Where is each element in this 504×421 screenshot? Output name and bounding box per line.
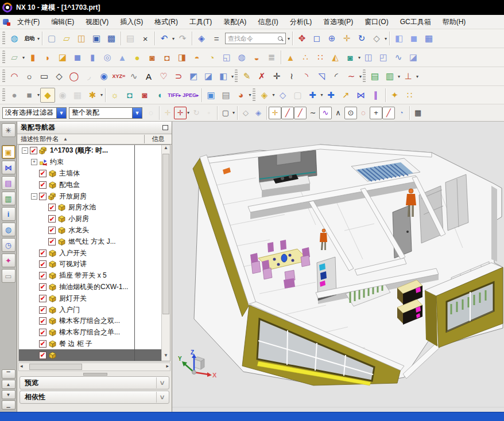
fillet-curve-button[interactable]: ◝ xyxy=(299,69,314,84)
snap-face-toggle[interactable]: ◔ xyxy=(395,107,408,119)
unite-button[interactable]: ◙ xyxy=(145,50,160,65)
visual-effects-button[interactable]: ◕ xyxy=(234,88,249,103)
menu-item-10[interactable]: 窗口(O) xyxy=(359,15,394,29)
dependencies-panel-header[interactable]: 相依性 ˅ xyxy=(20,391,169,404)
dropdown-arrow-icon[interactable]: ▾ xyxy=(359,74,362,79)
tree-row-5[interactable]: ✔厨房水池 xyxy=(19,202,161,213)
component-checkbox[interactable]: ✔ xyxy=(39,306,46,314)
shaded-with-edges-button[interactable]: ◧ xyxy=(391,31,406,46)
pattern-geometry-button[interactable]: ∷ xyxy=(313,50,328,65)
intersect-button[interactable]: ◨ xyxy=(175,50,189,65)
move-component-button[interactable]: ↗ xyxy=(339,88,354,103)
tree-row-6[interactable]: ✔小厨房 xyxy=(19,213,161,225)
partial-tab[interactable]: ▭ xyxy=(2,269,15,283)
wireframe-button[interactable]: ▦ xyxy=(421,31,436,46)
menu-item-11[interactable]: GC工具箱 xyxy=(394,15,437,29)
scroll-up-icon[interactable]: ▲ xyxy=(162,145,170,153)
command-finder-input[interactable]: 查找命令 xyxy=(225,33,286,44)
assembly-navigator-tab[interactable]: ▣ xyxy=(2,145,15,159)
snap-center-toggle[interactable]: ⊙ xyxy=(344,107,357,119)
bridge-curve-button[interactable]: ⊃ xyxy=(171,69,186,84)
expand-icon[interactable]: + xyxy=(31,159,37,165)
component-checkbox[interactable]: ✔ xyxy=(39,329,46,336)
snap-dice-button[interactable]: ◇ xyxy=(239,107,252,119)
tree-row-18[interactable]: ✔ xyxy=(19,349,161,361)
render-options-button[interactable]: ✱ xyxy=(85,88,100,103)
selection-glasses-icon[interactable]: ◌ xyxy=(145,107,157,119)
toolbar-grip[interactable] xyxy=(2,88,5,102)
collapse-icon[interactable]: − xyxy=(31,193,37,200)
stage-floor-button[interactable]: ▦ xyxy=(70,88,85,103)
snap-all-toggle[interactable]: ✛ xyxy=(269,107,281,119)
history-palette-tab[interactable]: ◷ xyxy=(2,238,15,252)
menu-item-7[interactable]: 信息(I) xyxy=(252,15,284,29)
check-mate-button[interactable]: ▤ xyxy=(219,88,234,103)
tree-row-2[interactable]: ✔主墙体 xyxy=(19,168,161,180)
menu-item-3[interactable]: 插入(S) xyxy=(114,15,149,29)
revolve-button[interactable]: ◗ xyxy=(40,50,55,65)
dropdown-arrow-icon[interactable]: ▾ xyxy=(100,92,103,98)
snap-tangent-toggle[interactable]: ∼ xyxy=(307,107,319,119)
ellipse-button[interactable]: ◯ xyxy=(67,69,82,84)
tree-row-9[interactable]: ✔入户开关 xyxy=(19,247,161,259)
toolbar-grip[interactable] xyxy=(235,69,238,83)
intersection-curve-button[interactable]: ◪ xyxy=(201,69,216,84)
arc-button[interactable]: ◠ xyxy=(7,69,22,84)
dropdown-arrow-icon[interactable]: ▾ xyxy=(231,74,234,79)
new-file-button[interactable]: ▢ xyxy=(44,31,59,46)
equals-button[interactable]: = xyxy=(209,31,224,46)
graphics-window[interactable]: Z Y X xyxy=(172,122,504,412)
thread-button[interactable]: ≣ xyxy=(264,50,279,65)
component-checkbox[interactable]: ✔ xyxy=(39,260,46,268)
viewport-3d-model[interactable]: Z Y X xyxy=(172,122,504,412)
component-checkbox[interactable]: ✔ xyxy=(48,227,56,234)
hd3d-tools-tab[interactable]: i xyxy=(2,207,15,221)
hole-button[interactable]: ◎ xyxy=(100,50,115,65)
component-checkbox[interactable]: ✔ xyxy=(39,250,46,257)
tree-row-11[interactable]: ✔插座 带开关 x 5 xyxy=(19,270,161,282)
grid-snap-button[interactable]: ▦ xyxy=(412,107,424,119)
paste-button[interactable]: ▤ xyxy=(123,31,138,46)
snap-spline-toggle[interactable]: ∿ xyxy=(319,107,332,119)
snap-endpoint-toggle[interactable]: ╱ xyxy=(281,107,294,119)
reuse-library-tab[interactable]: ▥ xyxy=(2,192,15,205)
selection-scope-dropdown[interactable]: 整个装配 ▼ xyxy=(69,107,142,119)
law-curve-button[interactable]: XYZ= xyxy=(111,69,126,84)
tree-row-8[interactable]: ✔燃气灶 方太 J... xyxy=(19,236,161,247)
extract-geometry-button[interactable]: ▲ xyxy=(283,50,298,65)
project-curve-button[interactable]: ◩ xyxy=(186,69,201,84)
dropdown-arrow-icon[interactable]: ▾ xyxy=(273,92,275,98)
new-component-button[interactable]: ✚ xyxy=(324,88,339,103)
wave-geometry-linker-button[interactable]: ✦ xyxy=(387,88,402,103)
helix-button[interactable]: ◉ xyxy=(96,69,111,84)
preview-chevron-icon[interactable]: ˅ xyxy=(156,377,168,388)
spline-button[interactable]: ∿ xyxy=(126,69,141,84)
toolbar-grip[interactable] xyxy=(363,69,366,83)
snap-quadrant-toggle[interactable]: ∧ xyxy=(332,107,344,119)
sort-ascending-icon[interactable]: ▲ xyxy=(63,137,68,142)
shell-button[interactable]: ◰ xyxy=(376,50,391,65)
snap-midpoint-toggle[interactable]: ╱ xyxy=(294,107,307,119)
trim-body-button[interactable]: ◪ xyxy=(406,50,421,65)
vertical-scroll-thumb[interactable] xyxy=(162,154,169,314)
marquee-select-button[interactable]: ▢ xyxy=(219,107,232,119)
preview-panel-button[interactable]: ▢ xyxy=(290,88,305,103)
tree-row-1[interactable]: +约束 xyxy=(19,157,161,168)
trim-sheet-button[interactable]: ◔ xyxy=(204,50,219,65)
cylinder-button[interactable]: ▮ xyxy=(85,50,100,65)
component-checkbox[interactable]: ✔ xyxy=(39,272,46,279)
show-outline-button[interactable]: ◇ xyxy=(276,88,290,103)
menu-item-5[interactable]: 工具(T) xyxy=(184,15,218,29)
undo-button[interactable]: ↶ xyxy=(157,31,172,46)
toolbar-grip[interactable] xyxy=(2,32,5,45)
menu-item-6[interactable]: 装配(A) xyxy=(218,15,252,29)
subtract-button[interactable]: ◘ xyxy=(160,50,175,65)
component-checkbox[interactable]: ✔ xyxy=(39,193,46,200)
snapshot-button[interactable]: ◘ xyxy=(122,88,137,103)
tree-row-15[interactable]: ✔橡木客厅组合之双... xyxy=(19,315,161,327)
rib-button[interactable]: ◫ xyxy=(361,50,376,65)
pane-down-button[interactable]: ▼ xyxy=(2,390,15,399)
menu-item-2[interactable]: 视图(V) xyxy=(80,15,114,29)
tree-row-4[interactable]: −✔开放厨房 xyxy=(19,190,161,202)
rectangle-button[interactable]: ▭ xyxy=(37,69,52,84)
